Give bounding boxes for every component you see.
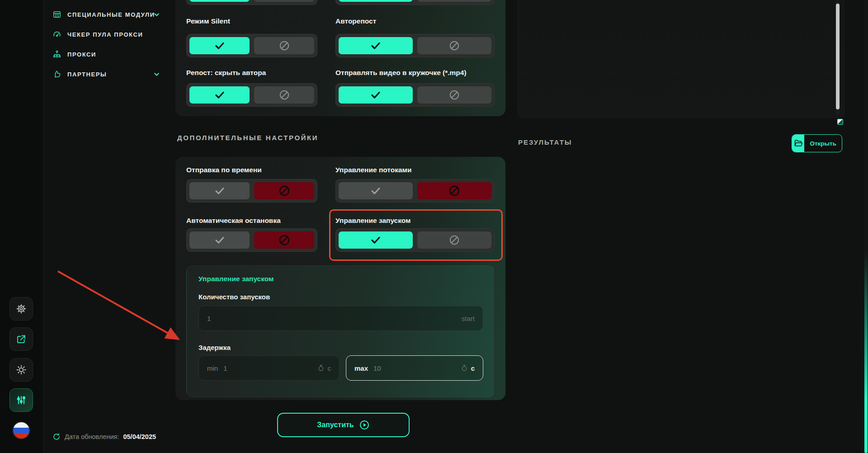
toggle-group-timed-send [186,179,317,203]
delay-max-input[interactable]: max 10 с [346,355,483,381]
check-icon [213,185,226,196]
toggle-yes-button[interactable] [189,182,250,199]
toggle-label: Репост: скрыть автора [186,69,266,77]
toggle-group-autorepost [335,34,495,57]
launch-control-panel: Управление запуском Количество запусков … [186,265,495,397]
ban-icon [278,40,290,52]
check-icon [369,235,382,245]
settings-button[interactable] [9,297,33,321]
toggle-no-button[interactable] [254,0,314,2]
external-link-icon [16,334,27,344]
chevron-down-icon[interactable] [153,71,160,78]
module-settings-card: Режим Silent Авторепост Репост: скрыть а… [175,0,505,116]
open-results-button[interactable]: Открыть [792,134,842,152]
toggle-yes-button[interactable] [339,231,413,249]
page-scrollbar-thumb[interactable] [864,251,868,453]
brightness-button[interactable] [9,358,33,382]
toggle-yes-button[interactable] [339,182,413,199]
toggle-group-hide-author [186,83,317,107]
external-link-button[interactable] [9,327,33,351]
sidebar-item-proxy[interactable]: ПРОКСИ [52,49,165,60]
toggle-group [335,0,495,5]
toggle-no-button[interactable] [417,231,491,249]
input-suffix: start [462,315,475,322]
resize-grip-icon[interactable] [837,119,843,125]
toggle-yes-button[interactable] [339,0,413,2]
thumbs-up-icon [52,70,61,79]
toggle-label: Отправка по времени [186,166,262,174]
ban-icon [448,89,460,101]
update-date-label: Дата обновления: [65,433,119,440]
ban-icon [448,234,460,246]
sidebar-item-label: ПАРТНЕРЫ [67,71,107,78]
toggle-no-button[interactable] [254,37,314,54]
toggle-no-button[interactable] [417,0,491,2]
sidebar-item-partners[interactable]: ПАРТНЕРЫ [52,69,165,80]
toggle-yes-button[interactable] [189,231,250,249]
toggle-group-silent [186,34,317,57]
log-console[interactable] [518,0,844,118]
stopwatch-icon [461,364,468,372]
app-window: СПЕЦИАЛЬНЫЕ МОДУЛИ ЧЕКЕР ПУЛА ПРОКСИ [0,0,868,453]
toggle-yes-button[interactable] [189,86,250,104]
sliders-icon [16,395,27,406]
toggle-yes-button[interactable] [339,86,413,104]
modules-rail-button[interactable] [9,388,33,412]
toggle-yes-button[interactable] [339,37,413,54]
toggle-no-button[interactable] [254,231,314,249]
chevron-down-icon[interactable] [153,11,160,19]
refresh-icon[interactable] [52,433,61,441]
toggle-label: Управление запуском [335,217,411,225]
runs-count-label: Количество запусков [198,293,270,301]
ban-icon [278,184,291,197]
toggle-group-auto-stop [186,228,317,252]
check-icon [213,40,226,51]
sidebar-item-special-modules[interactable]: СПЕЦИАЛЬНЫЕ МОДУЛИ [52,9,165,20]
sidebar-item-label: ЧЕКЕР ПУЛА ПРОКСИ [67,31,143,38]
toggle-yes-button[interactable] [189,37,250,54]
play-icon [359,420,370,430]
sidebar-item-label: СПЕЦИАЛЬНЫЕ МОДУЛИ [67,11,155,18]
toggle-no-button[interactable] [254,86,314,104]
update-date-value: 05/04/2025 [123,433,156,440]
results-title: РЕЗУЛЬТАТЫ [518,138,572,146]
check-icon [213,90,226,100]
runs-count-input[interactable]: 1 start [198,306,483,331]
unit-label: с [471,364,475,372]
open-button-label: Открыть [804,135,842,152]
delay-min-input[interactable]: min 1 с [198,355,340,381]
gear-icon [16,303,27,314]
input-prefix: min [207,364,218,372]
toggle-yes-button[interactable] [189,0,250,2]
console-scrollbar-thumb[interactable] [836,4,840,109]
toggle-group-video-note [335,83,495,107]
gauge-icon [52,30,61,39]
folder-icon [792,135,804,152]
check-icon [369,185,382,196]
toggle-no-button[interactable] [417,37,491,54]
stopwatch-icon [317,364,325,372]
input-placeholder: 1 [223,364,227,372]
additional-settings-card: Отправка по времени Управление потоками … [175,157,505,400]
toggle-no-button[interactable] [417,182,491,199]
input-placeholder: 10 [373,364,381,372]
toggle-no-button[interactable] [254,182,314,199]
ban-icon [278,89,290,101]
input-prefix: max [354,364,368,372]
language-button[interactable] [12,421,30,439]
delay-label: Задержка [198,344,231,351]
toggle-group-launch-control [335,228,495,252]
check-icon [369,90,382,100]
toggle-label: Отправлять видео в кружочке (*.mp4) [335,69,467,77]
toggle-no-button[interactable] [417,86,491,104]
section-title: ДОПОЛНИТЕЛЬНЫЕ НАСТРОЙКИ [177,134,318,142]
update-date-row: Дата обновления: 05/04/2025 [52,433,156,441]
toggle-group-thread-control [335,179,495,203]
start-button[interactable]: Запустить [277,413,410,437]
sidebar-item-proxy-checker[interactable]: ЧЕКЕР ПУЛА ПРОКСИ [52,29,165,40]
start-button-label: Запустить [317,421,354,429]
toggle-label: Автоматическая остановка [186,217,281,225]
sidebar-item-label: ПРОКСИ [67,51,96,58]
check-icon [213,235,226,245]
ban-icon [278,234,291,246]
